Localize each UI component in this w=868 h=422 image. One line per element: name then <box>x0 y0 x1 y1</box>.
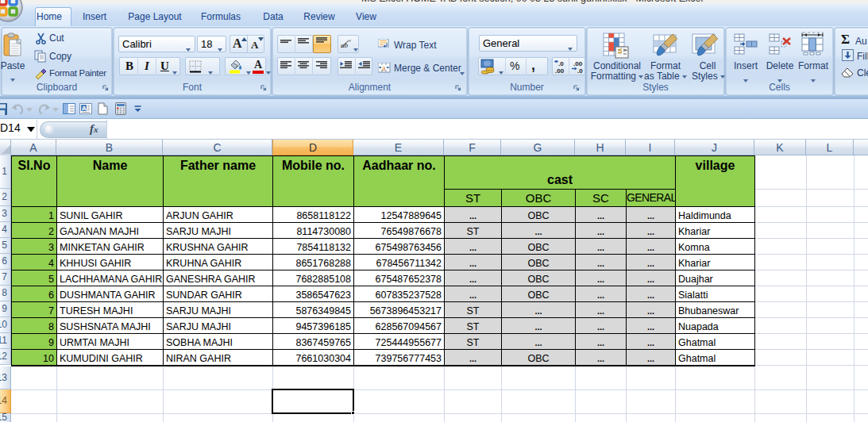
svg-text:A: A <box>82 105 87 112</box>
svg-text:ab: ab <box>341 41 349 49</box>
svg-text:.00: .00 <box>555 67 565 75</box>
svg-text:.0: .0 <box>577 67 583 75</box>
svg-text:a: a <box>382 63 386 72</box>
